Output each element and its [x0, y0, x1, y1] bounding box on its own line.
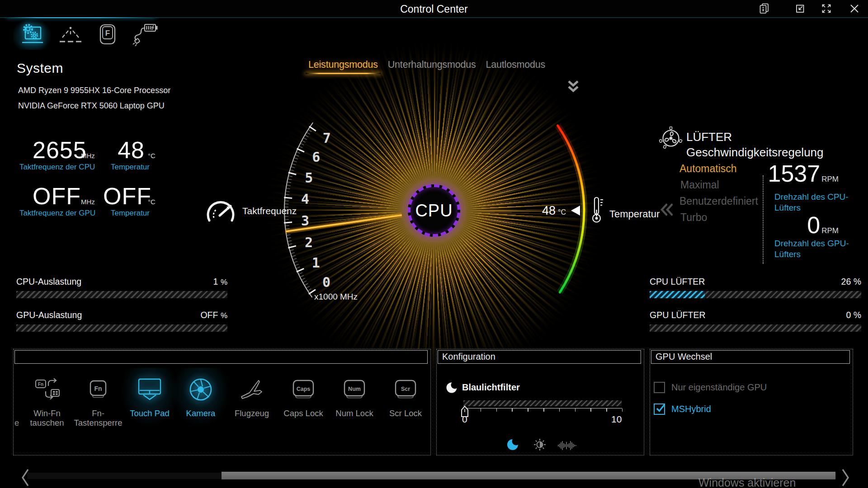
double-chevron-down-icon[interactable] [566, 80, 580, 94]
tab-unterhaltungsmodus[interactable]: Unterhaltungsmodus [388, 59, 476, 74]
fan-mode-turbo[interactable]: Turbo [680, 211, 707, 224]
checkbox-label: MSHybrid [671, 404, 711, 414]
tab-power[interactable] [127, 19, 165, 50]
quick-button-label: Win-Fn tauschen [22, 408, 72, 428]
gpu-fan-rpm: 0RPM [765, 213, 839, 237]
cpu-temperature-stat: 48°C [103, 138, 156, 162]
windows-activation-watermark: Windows aktivieren [698, 476, 796, 488]
cpu-fan-meter-value: 26 % [841, 277, 861, 287]
titlebar: Control Center [0, 0, 868, 17]
close-icon[interactable] [849, 3, 860, 14]
quick-button-label: Scr Lock [389, 408, 422, 418]
gauge-center-label: CPU [415, 201, 453, 221]
gpu-switch-panel: GPU Wechsel [650, 349, 853, 455]
main-nav: F [13, 19, 165, 50]
keyboard-backlight-icon [57, 23, 83, 45]
gpu-fan-meter: GPU LÜFTER 0 % [650, 310, 861, 332]
svg-text:Caps: Caps [297, 386, 311, 392]
tab-fn-keys[interactable]: F [89, 19, 127, 50]
blue-light-filter-label: Blaulichtfilter [462, 382, 520, 393]
quick-button-caps-lock[interactable]: Caps Caps Lock [278, 372, 329, 418]
cpu-temperature-label: Temperatur [111, 163, 150, 172]
blue-light-slider-handle[interactable] [460, 405, 470, 418]
performance-mode-tabs: Leistungsmodus Unterhaltungsmodus Lautlo… [308, 59, 545, 74]
gpu-fan-rpm-label: Drehzahl des GPU-Lüfters [774, 238, 852, 260]
fan-panel-title-line2: Geschwindigkeitsregelung [686, 145, 824, 160]
tab-leistungsmodus[interactable]: Leistungsmodus [308, 59, 378, 74]
quick-buttons-panel-title [14, 350, 428, 364]
gpu-fan-meter-label: GPU LÜFTER [650, 310, 706, 320]
gpu-temperature-stat: OFF°C [103, 184, 156, 208]
gpu-usage-bar [16, 324, 227, 332]
checkbox-icon [654, 382, 665, 393]
quick-button-label: Touch Pad [130, 408, 169, 418]
temperature-readout: 48°C [515, 204, 566, 218]
pop-in-window-icon[interactable] [794, 3, 806, 14]
window-title: Control Center [0, 3, 868, 15]
chevron-right-icon[interactable] [839, 467, 852, 488]
fan-mode-benutzerdefiniert[interactable]: Benutzerdefiniert [679, 195, 758, 207]
cpu-fan-meter-label: CPU LÜFTER [650, 277, 705, 287]
touchpad-icon [137, 372, 163, 407]
quick-button-scr-lock[interactable]: Scr Scr Lock [380, 372, 431, 418]
frequency-caption: Taktfrequenz [203, 197, 297, 225]
svg-text:Scr: Scr [401, 386, 410, 392]
system-settings-icon [18, 23, 45, 46]
gpu-usage-meter: GPU-Auslastung OFF % [16, 310, 227, 332]
konfiguration-panel-title: Konfiguration [438, 350, 641, 364]
gpu-fan-meter-value: 0 % [846, 310, 861, 320]
quick-button-label: Num Lock [335, 408, 373, 418]
fan-mode-maximal[interactable]: Maximal [680, 179, 719, 191]
gauge-center: CPU [408, 184, 460, 237]
tab-system[interactable] [13, 19, 51, 50]
quick-button-camera[interactable]: Kamera [175, 372, 226, 418]
checkbox-dedicated-gpu[interactable]: Nur eigenständige GPU [654, 382, 767, 393]
sound-wave-icon[interactable] [557, 440, 578, 451]
quick-button-label: Flugzeug [235, 408, 269, 418]
blue-light-slider-ticks [465, 408, 623, 412]
info-pages-icon[interactable] [758, 3, 770, 14]
quick-button-touchpad[interactable]: Touch Pad [124, 372, 175, 418]
gpu-switch-panel-title: GPU Wechsel [651, 350, 850, 364]
svg-text:Fn: Fn [94, 385, 102, 392]
fan-panel-divider [763, 175, 764, 264]
expand-window-icon[interactable] [821, 3, 832, 14]
tab-keyboard-backlight[interactable] [51, 19, 89, 50]
blue-light-moon-icon [446, 381, 458, 394]
thermometer-icon [590, 196, 604, 224]
svg-text:Num: Num [348, 386, 361, 392]
svg-text:Fn: Fn [38, 382, 43, 387]
checkbox-mshybrid[interactable]: MSHybrid [654, 404, 711, 415]
camera-aperture-icon [188, 372, 213, 407]
chevron-left-icon[interactable] [19, 467, 32, 488]
blue-light-slider-track[interactable] [463, 400, 622, 406]
double-chevron-left-icon[interactable] [660, 202, 675, 217]
quick-button-airplane[interactable]: Flugzeug [226, 372, 277, 418]
fan-icon [659, 127, 683, 150]
gpu-fan-bar [650, 324, 861, 332]
gpu-frequency-stat: OFFMHz [33, 184, 95, 208]
tab-lautlosmodus[interactable]: Lautlosmodus [486, 59, 545, 74]
quick-button-win-fn-swap[interactable]: Fn Win-Fn tauschen [22, 372, 72, 428]
quick-button-num-lock[interactable]: Num Num Lock [329, 372, 380, 418]
quick-button-label: Kamera [186, 408, 216, 418]
scr-key-icon: Scr [392, 372, 419, 407]
fan-mode-automatisch[interactable]: Automatisch [679, 163, 737, 175]
quick-button-fn-lock[interactable]: Fn Fn-Tastensperre [73, 372, 123, 428]
fn-lock-key-icon: Fn [85, 372, 111, 407]
brightness-icon[interactable] [533, 438, 546, 451]
partial-scrolled-label: e [14, 418, 19, 428]
cpu-fan-rpm-label: Drehzahl des CPU-Lüfters [774, 192, 852, 213]
cpu-frequency-stat: 2655MHz [33, 138, 95, 162]
frequency-caption-label: Taktfrequenz [242, 206, 297, 216]
cpu-frequency-label: Taktfrequenz der CPU [19, 163, 95, 172]
blue-light-toggle-icon[interactable] [506, 437, 520, 451]
win-fn-swap-icon: Fn [34, 372, 60, 407]
caps-key-icon: Caps [290, 372, 316, 407]
checkbox-label: Nur eigenständige GPU [671, 382, 767, 393]
temperature-caption: Temperatur [590, 196, 660, 224]
gauge-axis-label: x1000 MHz [314, 292, 358, 302]
svg-text:F: F [105, 29, 110, 38]
cpu-usage-bar [16, 291, 227, 298]
page-title: System [17, 61, 63, 76]
